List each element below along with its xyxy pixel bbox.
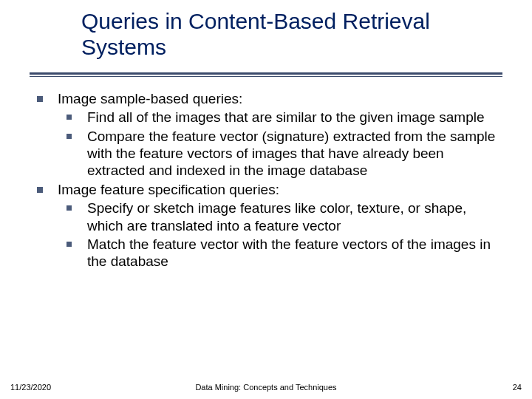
slide: Queries in Content-Based Retrieval Syste… [0,0,532,399]
footer-page-number: 24 [513,383,522,392]
list-item-text: Image sample-based queries: [58,91,242,106]
list-subitem: Compare the feature vector (signature) e… [66,128,502,180]
list-subitem-text: Find all of the images that are similar … [87,109,485,125]
list-item: Image feature specification queries: [37,181,502,198]
list-subitem-text: Specify or sketch image features like co… [87,200,466,233]
bullet-icon [66,134,72,139]
slide-body: Image sample-based queries: Find all of … [37,90,502,272]
title-underline [30,72,502,77]
list-subitem: Specify or sketch image features like co… [66,200,502,234]
list-subitem: Find all of the images that are similar … [66,109,502,126]
bullet-icon [66,242,72,247]
bullet-icon [37,187,43,193]
slide-title: Queries in Content-Based Retrieval Syste… [81,9,495,60]
bullet-icon [37,96,43,102]
bullet-icon [66,115,72,120]
list-subitem: Match the feature vector with the featur… [66,236,502,270]
footer-center: Data Mining: Concepts and Techniques [0,383,532,392]
list-subitem-text: Compare the feature vector (signature) e… [87,129,495,179]
list-item: Image sample-based queries: [37,90,502,107]
list-subitem-text: Match the feature vector with the featur… [87,236,491,269]
list-item-text: Image feature specification queries: [58,182,279,197]
bullet-icon [66,205,72,211]
